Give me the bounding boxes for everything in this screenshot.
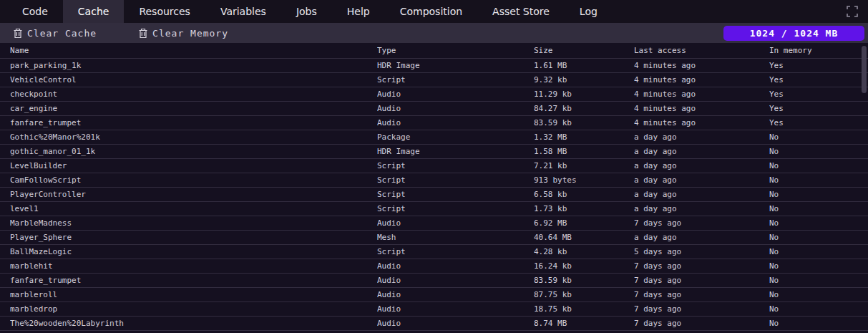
table-row[interactable]: level1 Script 1.73 kb a day ago No — [0, 202, 868, 216]
cell-name: fanfare_trumpet — [10, 276, 377, 285]
cell-size: 6.58 kb — [534, 190, 634, 199]
cell-size: 4.28 kb — [534, 247, 634, 256]
cell-type: Audio — [377, 319, 534, 328]
table-row[interactable]: marbleroll Audio 87.75 kb 7 days ago No — [0, 288, 868, 302]
table-row[interactable]: fanfare_trumpet Audio 83.59 kb 7 days ag… — [0, 274, 868, 288]
cell-name: LevelBuilder — [10, 161, 377, 170]
cell-last-access: a day ago — [634, 132, 769, 142]
cell-name: Player_Sphere — [10, 233, 377, 242]
cell-name: MarbleMadness — [10, 218, 377, 228]
nav-tab-label: Variables — [220, 6, 266, 17]
nav-tab-label: Log — [580, 6, 598, 17]
table-row[interactable]: car_engine Audio 84.27 kb 4 minutes ago … — [0, 102, 868, 116]
nav-tab[interactable]: Variables — [205, 0, 281, 23]
table-row[interactable]: marblehit Audio 16.24 kb 7 days ago No — [0, 259, 868, 274]
nav-tab-label: Resources — [139, 6, 190, 17]
cell-type: Script — [377, 161, 534, 170]
nav-tabs: Code Cache Resources Variables Jobs Help… — [7, 0, 613, 23]
table-row[interactable]: MarbleMadness Audio 6.92 MB 7 days ago N… — [0, 216, 868, 231]
cell-name: park_parking_1k — [10, 61, 377, 70]
cell-name: level1 — [10, 204, 377, 213]
cell-size: 83.59 kb — [534, 118, 634, 127]
table-row[interactable]: VehicleControl Script 9.32 kb 4 minutes … — [0, 73, 868, 87]
cell-last-access: 7 days ago — [634, 218, 769, 228]
trash-icon — [13, 28, 23, 39]
table-row[interactable]: park_parking_1k HDR Image 1.61 MB 4 minu… — [0, 59, 868, 73]
clear-memory-button[interactable]: Clear Memory — [138, 28, 228, 39]
table-row[interactable]: checkpoint Audio 11.29 kb 4 minutes ago … — [0, 87, 868, 102]
cell-size: 40.64 MB — [534, 233, 634, 242]
fullscreen-icon[interactable] — [847, 6, 858, 17]
cell-last-access: a day ago — [634, 175, 769, 185]
table-row[interactable]: Gothic%20Manor%201k Package 1.32 MB a da… — [0, 130, 868, 145]
cell-name: marbleroll — [10, 290, 377, 299]
table-row[interactable]: Player_Sphere Mesh 40.64 MB a day ago No — [0, 231, 868, 245]
cell-size: 83.59 kb — [534, 276, 634, 285]
column-header-type[interactable]: Type — [377, 46, 534, 55]
clear-cache-label: Clear Cache — [27, 28, 97, 39]
cell-last-access: a day ago — [634, 233, 769, 242]
table-row[interactable]: fanfare_trumpet Audio 83.59 kb 4 minutes… — [0, 116, 868, 130]
nav-tab[interactable]: Jobs — [281, 0, 332, 23]
cell-type: Audio — [377, 261, 534, 271]
nav-tab-label: Cache — [78, 6, 109, 17]
cell-size: 11.29 kb — [534, 90, 634, 99]
column-header-in-memory[interactable]: In memory — [769, 46, 868, 55]
nav-tab[interactable]: Code — [7, 0, 63, 23]
table-row[interactable]: PlayerController Script 6.58 kb a day ag… — [0, 188, 868, 202]
cell-type: Script — [377, 204, 534, 213]
nav-tab[interactable]: Cache — [63, 0, 125, 23]
cell-name: fanfare_trumpet — [10, 118, 377, 127]
cell-last-access: 7 days ago — [634, 290, 769, 299]
nav-tab-label: Jobs — [296, 6, 317, 17]
cell-size: 84.27 kb — [534, 104, 634, 113]
column-header-size[interactable]: Size — [534, 46, 634, 55]
cell-name: VehicleControl — [10, 75, 377, 85]
cell-size: 9.32 kb — [534, 75, 634, 85]
table-row[interactable]: The%20wooden%20Labyrinth Audio 8.74 MB 7… — [0, 317, 868, 331]
cell-in-memory: Yes — [769, 75, 868, 85]
column-header-last-access[interactable]: Last access — [634, 46, 769, 55]
cell-last-access: 7 days ago — [634, 304, 769, 314]
column-header-name[interactable]: Name — [10, 46, 377, 55]
nav-tab[interactable]: Composition — [385, 0, 477, 23]
cell-type: Script — [377, 190, 534, 199]
nav-tab-label: Code — [22, 6, 48, 17]
nav-tab-label: Help — [347, 6, 370, 17]
nav-tab[interactable]: Help — [332, 0, 385, 23]
cell-last-access: 5 days ago — [634, 247, 769, 256]
vertical-scrollbar[interactable] — [862, 46, 867, 93]
table-row[interactable]: LevelBuilder Script 7.21 kb a day ago No — [0, 159, 868, 173]
cell-last-access: a day ago — [634, 147, 769, 156]
nav-tab[interactable]: Log — [565, 0, 613, 23]
cell-in-memory: No — [769, 218, 868, 228]
top-nav-bar: Code Cache Resources Variables Jobs Help… — [0, 0, 868, 23]
cell-type: Audio — [377, 304, 534, 314]
cell-in-memory: Yes — [769, 118, 868, 127]
cell-last-access: a day ago — [634, 204, 769, 213]
cell-in-memory: Yes — [769, 90, 868, 99]
cell-name: BallMazeLogic — [10, 247, 377, 256]
clear-memory-label: Clear Memory — [152, 28, 228, 39]
cache-toolbar: Clear Cache Clear Memory 1024 / 1024 MB — [0, 23, 868, 43]
table-row[interactable]: CamFollowScript Script 913 bytes a day a… — [0, 173, 868, 188]
cell-size: 1.32 MB — [534, 132, 634, 142]
cell-type: Script — [377, 175, 534, 185]
cell-type: Audio — [377, 104, 534, 113]
nav-tab[interactable]: Resources — [124, 0, 205, 23]
cell-name: marblehit — [10, 261, 377, 271]
table-row[interactable]: marbledrop Audio 18.75 kb 7 days ago No — [0, 302, 868, 317]
table-body: park_parking_1k HDR Image 1.61 MB 4 minu… — [0, 59, 868, 331]
clear-cache-button[interactable]: Clear Cache — [13, 28, 97, 39]
nav-tab-label: Asset Store — [492, 6, 550, 17]
cell-type: Mesh — [377, 233, 534, 242]
cell-type: Audio — [377, 218, 534, 228]
cell-type: HDR Image — [377, 61, 534, 70]
cell-name: checkpoint — [10, 90, 377, 99]
nav-tab[interactable]: Asset Store — [477, 0, 565, 23]
table-row[interactable]: BallMazeLogic Script 4.28 kb 5 days ago … — [0, 245, 868, 259]
cell-in-memory: No — [769, 204, 868, 213]
table-row[interactable]: gothic_manor_01_1k HDR Image 1.58 MB a d… — [0, 145, 868, 159]
cell-type: Audio — [377, 90, 534, 99]
nav-tab-label: Composition — [400, 6, 462, 17]
